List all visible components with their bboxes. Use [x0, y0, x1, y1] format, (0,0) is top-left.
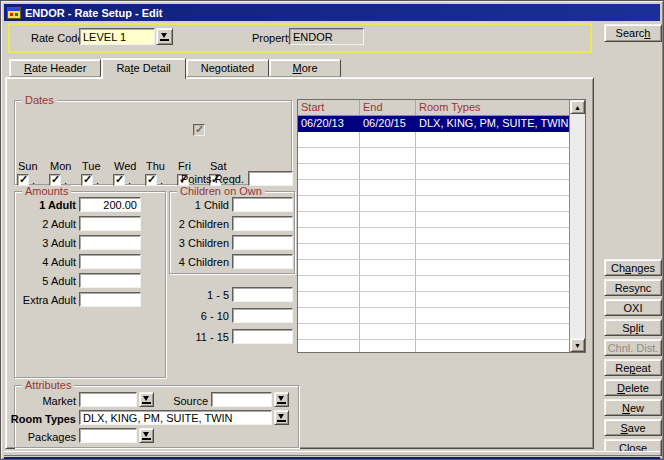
- window-title: ENDOR - Rate Setup - Edit: [25, 7, 163, 19]
- day-checkbox[interactable]: [17, 174, 29, 186]
- points-reqd-label: Points Reqd.: [156, 173, 244, 185]
- grid-selected-row[interactable]: 06/20/13 06/20/15 DLX, KING, PM, SUITE, …: [298, 116, 569, 132]
- child-age-input[interactable]: [232, 287, 293, 302]
- child-age-row: 1 - 5: [161, 287, 293, 302]
- grid-scrollbar[interactable]: ▲ ▼: [569, 100, 585, 352]
- room-types-input[interactable]: DLX, KING, PM, SUITE, TWIN: [79, 410, 272, 425]
- amount-label: 5 Adult: [14, 275, 76, 287]
- grid-cell-room-types: DLX, KING, PM, SUITE, TWIN: [416, 116, 569, 131]
- grid-empty-row[interactable]: [298, 308, 569, 324]
- packages-dropdown-button[interactable]: [139, 428, 154, 443]
- children-input[interactable]: [232, 235, 293, 250]
- child-age-input[interactable]: [232, 329, 293, 344]
- action-button-column: Changes Resync OXI Split Chnl. Dist. Rep…: [604, 259, 662, 456]
- amount-label: 3 Adult: [14, 237, 76, 249]
- rate-code-dropdown-button[interactable]: [156, 28, 173, 45]
- delete-button[interactable]: Delete: [604, 379, 662, 396]
- grid-column-header[interactable]: Start: [298, 100, 360, 115]
- scroll-up-button[interactable]: ▲: [570, 100, 585, 114]
- day-cell: Tue: [81, 160, 113, 186]
- children-label: 2 Children: [161, 218, 229, 230]
- grid-empty-row[interactable]: [298, 276, 569, 292]
- amount-label: Extra Adult: [14, 294, 76, 306]
- market-input[interactable]: [79, 392, 137, 407]
- day-label: Sun: [18, 160, 49, 172]
- children-input[interactable]: [232, 197, 293, 212]
- grid-column-header[interactable]: End: [360, 100, 416, 115]
- day-cell: Wed: [113, 160, 145, 186]
- grid-empty-row[interactable]: [298, 212, 569, 228]
- child-age-row: 6 - 10: [161, 308, 293, 323]
- amount-label: 2 Adult: [14, 218, 76, 230]
- child-age-rows: 1 - 5 6 - 10 11 - 15: [161, 287, 293, 350]
- children-row: 4 Children: [161, 254, 293, 269]
- dropdown-arrow-icon: [277, 396, 286, 404]
- repeat-button[interactable]: Repeat: [604, 359, 662, 376]
- amount-input[interactable]: 200.00: [79, 197, 141, 212]
- grid-empty-row[interactable]: [298, 260, 569, 276]
- grid-empty-row[interactable]: [298, 324, 569, 340]
- amounts-rows: 1 Adult 200.00 2 Adult 3 Adult 4 Adult 5…: [14, 197, 141, 311]
- amount-input[interactable]: [79, 216, 141, 231]
- grid-column-header[interactable]: Room Types: [416, 100, 569, 115]
- children-input[interactable]: [232, 216, 293, 231]
- day-checkbox[interactable]: [49, 174, 61, 186]
- grid-empty-row[interactable]: [298, 292, 569, 308]
- grid-empty-row[interactable]: [298, 244, 569, 260]
- market-label: Market: [14, 395, 76, 407]
- day-cell: Sun: [17, 160, 49, 186]
- grid-empty-row[interactable]: [298, 148, 569, 164]
- day-label: Thu: [146, 160, 177, 172]
- grid-empty-row[interactable]: [298, 164, 569, 180]
- source-label: Source: [156, 395, 208, 407]
- scroll-down-button[interactable]: ▼: [570, 338, 585, 352]
- tab-more[interactable]: More: [269, 59, 341, 77]
- points-reqd-input[interactable]: [248, 171, 293, 186]
- rate-code-input[interactable]: LEVEL 1: [79, 28, 155, 45]
- rate-code-label: Rate Code: [31, 32, 84, 44]
- grid-empty-row[interactable]: [298, 340, 569, 353]
- day-label: Fri: [178, 160, 209, 172]
- rate-details-grid: Start End Room Types 06/20/13 06/20/15 D…: [297, 99, 586, 353]
- amount-input[interactable]: [79, 292, 141, 307]
- child-age-input[interactable]: [232, 308, 293, 323]
- grid-cell-end: 06/20/15: [360, 116, 416, 131]
- children-row: 3 Children: [161, 235, 293, 250]
- room-types-dropdown-button[interactable]: [274, 410, 289, 425]
- split-button[interactable]: Split: [604, 319, 662, 336]
- search-button[interactable]: Search: [604, 24, 662, 42]
- oxi-button[interactable]: OXI: [604, 299, 662, 316]
- bottom-divider: [4, 451, 660, 456]
- dropdown-arrow-icon: [142, 396, 151, 404]
- grid-header: Start End Room Types: [298, 100, 569, 116]
- source-input[interactable]: [211, 392, 272, 407]
- amount-row: 1 Adult 200.00: [14, 197, 141, 212]
- packages-input[interactable]: [79, 428, 137, 443]
- source-dropdown-button[interactable]: [274, 392, 289, 407]
- dropdown-arrow-icon: [160, 33, 169, 41]
- save-button[interactable]: Save: [604, 419, 662, 436]
- day-checkbox[interactable]: [81, 174, 93, 186]
- grid-empty-row[interactable]: [298, 196, 569, 212]
- changes-button[interactable]: Changes: [604, 259, 662, 276]
- amount-label: 1 Adult: [14, 199, 76, 211]
- children-input[interactable]: [232, 254, 293, 269]
- resync-button[interactable]: Resync: [604, 279, 662, 296]
- new-button[interactable]: New: [604, 399, 662, 416]
- chnl-dist-button[interactable]: Chnl. Dist.: [604, 339, 662, 356]
- grid-empty-row[interactable]: [298, 180, 569, 196]
- grid-empty-row[interactable]: [298, 132, 569, 148]
- amount-input[interactable]: [79, 235, 141, 250]
- amount-input[interactable]: [79, 273, 141, 288]
- tab-rate-detail[interactable]: Rate Detail: [101, 58, 185, 79]
- attributes-group-label: Attributes: [22, 379, 74, 391]
- grid-empty-row[interactable]: [298, 228, 569, 244]
- tab-rate-header[interactable]: Rate Header: [9, 59, 101, 77]
- market-dropdown-button[interactable]: [139, 392, 154, 407]
- amount-input[interactable]: [79, 254, 141, 269]
- titlebar[interactable]: ENDOR - Rate Setup - Edit: [4, 4, 660, 21]
- day-checkbox[interactable]: [113, 174, 125, 186]
- tab-negotiated[interactable]: Negotiated: [186, 59, 269, 77]
- day-label: Tue: [82, 160, 113, 172]
- day-label: Sat: [210, 160, 241, 172]
